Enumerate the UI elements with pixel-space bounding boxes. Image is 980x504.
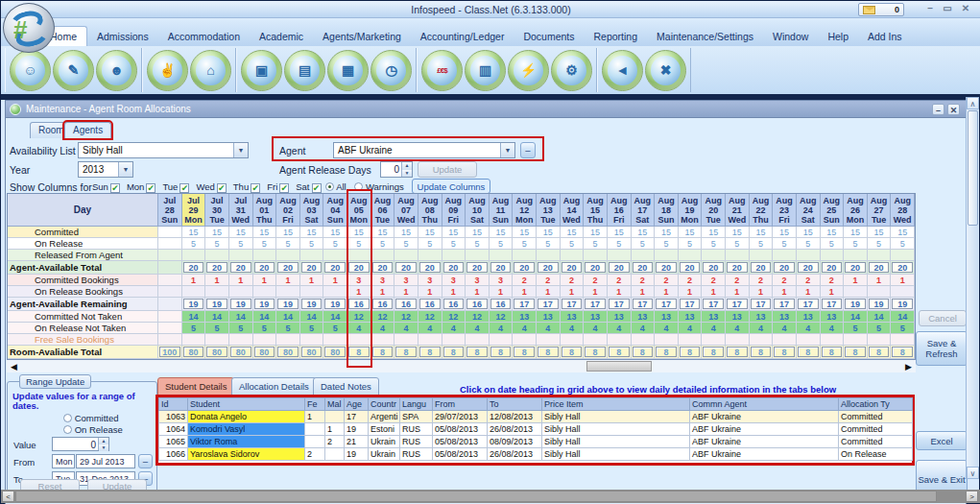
grid-date-header-jul-29[interactable]: Jul29Mon	[182, 194, 206, 227]
grid-date-header-aug-23[interactable]: Aug23Fri	[773, 194, 797, 227]
student-table-header-countr[interactable]: Countr	[369, 398, 400, 411]
grid-date-header-aug-26[interactable]: Aug26Mon	[844, 194, 868, 227]
maximize-icon[interactable]: ▭	[941, 3, 954, 15]
student-table-header-fe[interactable]: Fe	[305, 398, 325, 411]
student-table-header-from[interactable]: From	[433, 398, 488, 411]
vertical-scrollbar[interactable]: ∧ ∨	[966, 97, 978, 479]
horizontal-scrollbar[interactable]: < >	[1, 490, 980, 503]
megaphone-icon[interactable]: ◄	[602, 50, 643, 91]
grid-date-header-aug-02[interactable]: Aug02Fri	[276, 194, 300, 227]
chevron-down-icon[interactable]: ▼	[500, 143, 514, 157]
from-date-field[interactable]: 29 Jul 2013	[76, 454, 135, 468]
menu-tab-admissions[interactable]: Admissions	[87, 27, 158, 46]
menu-tab-accounting-ledger[interactable]: Accounting/Ledger	[411, 27, 514, 46]
grid-date-header-jul-28[interactable]: Jul28Sun	[158, 194, 182, 227]
grid-date-header-aug-05[interactable]: Aug05Mon	[347, 194, 371, 227]
checkbox-sat[interactable]: ✔	[312, 183, 322, 193]
close-icon[interactable]: ✕	[959, 3, 972, 15]
tab-agents[interactable]: Agents	[64, 122, 111, 138]
grid-scroll-thumb[interactable]	[586, 361, 652, 372]
grid-horizontal-scrollbar[interactable]: ◀ ▶	[7, 360, 916, 372]
grid-date-header-jul-31[interactable]: Jul31Wed	[229, 194, 253, 227]
grid-date-header-aug-06[interactable]: Aug06Tue	[371, 194, 395, 227]
student-row-1063[interactable]: 1063Donata Angelo117ArgentiSPA29/07/2013…	[159, 411, 913, 423]
stepper-arrows[interactable]: ▲▼	[401, 162, 412, 177]
mail-indicator[interactable]: 0	[858, 3, 904, 16]
student-table-header-langu[interactable]: Langu	[400, 398, 433, 411]
checkbox-thu[interactable]: ✔	[251, 183, 260, 193]
close-module-icon[interactable]: ✖	[645, 50, 686, 91]
student-group-icon[interactable]: ☻	[96, 50, 137, 91]
grid-date-header-aug-15[interactable]: Aug15Thu	[584, 194, 608, 227]
menu-tab-agents-marketing[interactable]: Agents/Marketing	[313, 27, 411, 46]
menu-tab-reporting[interactable]: Reporting	[585, 27, 648, 46]
grid-date-header-aug-10[interactable]: Aug10Sat	[466, 194, 490, 227]
tab-allocation-details[interactable]: Allocation Details	[231, 377, 317, 396]
horizontal-scroll-thumb[interactable]	[15, 491, 937, 502]
student-table-header-price-item[interactable]: Price Item	[542, 398, 690, 411]
scroll-left-icon[interactable]: <	[2, 491, 14, 502]
grid-date-header-aug-25[interactable]: Aug25Sun	[821, 194, 845, 227]
grid-date-header-aug-28[interactable]: Aug28Wed	[891, 194, 915, 227]
availability-list-select[interactable]: Sibly Hall ▼	[78, 142, 249, 158]
scroll-down-icon[interactable]: ∨	[967, 467, 979, 479]
bar-chart-icon[interactable]: ▥	[465, 50, 506, 91]
grid-date-header-aug-11[interactable]: Aug11Sun	[490, 194, 514, 227]
cancel-button[interactable]: Cancel	[919, 310, 967, 326]
radio-on-release[interactable]	[63, 425, 72, 434]
handshake-icon[interactable]: ✌	[147, 50, 188, 91]
building-icon[interactable]: ⌂	[190, 50, 231, 91]
grid-date-header-aug-14[interactable]: Aug14Wed	[561, 194, 585, 227]
panel-close-icon[interactable]: ✕	[947, 104, 960, 115]
grid-date-header-aug-20[interactable]: Aug20Tue	[702, 194, 726, 227]
student-table-header-mal[interactable]: Mal	[325, 398, 345, 411]
scroll-up-icon[interactable]: ∧	[967, 97, 979, 109]
minimize-icon[interactable]: –	[923, 3, 937, 15]
menu-tab-accommodation[interactable]: Accommodation	[158, 27, 250, 46]
grid-date-header-aug-21[interactable]: Aug21Wed	[726, 194, 750, 227]
grid-date-header-aug-19[interactable]: Aug19Mon	[679, 194, 703, 227]
grid-date-header-aug-09[interactable]: Aug09Fri	[442, 194, 466, 227]
release-days-update-button[interactable]: Update	[418, 161, 477, 178]
grid-date-header-aug-13[interactable]: Aug13Tue	[537, 194, 561, 227]
chevron-down-icon[interactable]: ▼	[118, 162, 132, 177]
radio-all[interactable]	[325, 182, 334, 191]
menu-tab-add-ins[interactable]: Add Ins	[858, 27, 912, 46]
student-table-header-to[interactable]: To	[488, 398, 542, 411]
student-table-header-commn-agent[interactable]: Commn Agent	[690, 398, 839, 411]
grid-date-header-aug-27[interactable]: Aug27Tue	[868, 194, 892, 227]
panel-minimize-icon[interactable]: –	[932, 104, 944, 115]
notes-pencil-icon[interactable]: ✎	[53, 50, 94, 91]
agent-select[interactable]: ABF Ukraine ▼	[333, 142, 515, 158]
grid-date-header-jul-30[interactable]: Jul30Tue	[205, 194, 229, 227]
whiteboard-icon[interactable]: ▦	[327, 50, 369, 91]
menu-tab-window[interactable]: Window	[763, 27, 818, 46]
student-icon[interactable]: ☺	[10, 50, 51, 91]
vertical-scroll-thumb[interactable]	[968, 110, 978, 226]
grid-date-header-aug-01[interactable]: Aug01Thu	[253, 194, 277, 227]
grid-date-header-aug-04[interactable]: Aug04Sun	[323, 194, 347, 227]
scroll-left-icon[interactable]: ◀	[11, 362, 17, 372]
scroll-right-icon[interactable]: >	[966, 491, 978, 502]
stepper-arrows[interactable]: ▲▼	[98, 438, 108, 450]
grid-date-header-aug-08[interactable]: Aug08Thu	[418, 194, 442, 227]
gears-icon[interactable]: ⚙	[551, 50, 592, 91]
grid-date-header-aug-18[interactable]: Aug18Sun	[655, 194, 679, 227]
agent-browse-button[interactable]: –	[520, 142, 536, 158]
value-stepper[interactable]: 0 ▲▼	[52, 437, 109, 451]
checkbox-sun[interactable]: ✔	[110, 183, 120, 193]
grid-date-header-aug-24[interactable]: Aug24Sat	[797, 194, 821, 227]
tab-dated-notes[interactable]: Dated Notes	[313, 377, 379, 396]
save-refresh-button[interactable]: Save & Refresh	[916, 331, 968, 366]
menu-tab-maintenance-settings[interactable]: Maintenance/Settings	[647, 27, 763, 46]
excel-button[interactable]: Excel	[916, 431, 968, 450]
agent-release-days-stepper[interactable]: 0 ▲▼	[380, 161, 413, 178]
checkbox-mon[interactable]: ✔	[146, 183, 155, 193]
chevron-down-icon[interactable]: ▼	[233, 143, 248, 157]
checkbox-wed[interactable]: ✔	[217, 183, 227, 193]
scroll-right-icon[interactable]: ▶	[905, 362, 912, 372]
student-table-header-allocation-ty[interactable]: Allocation Ty	[839, 398, 913, 411]
grid-date-header-aug-03[interactable]: Aug03Sat	[300, 194, 324, 227]
grid-date-header-aug-12[interactable]: Aug12Mon	[513, 194, 537, 227]
books-icon[interactable]: ▤	[284, 50, 325, 91]
